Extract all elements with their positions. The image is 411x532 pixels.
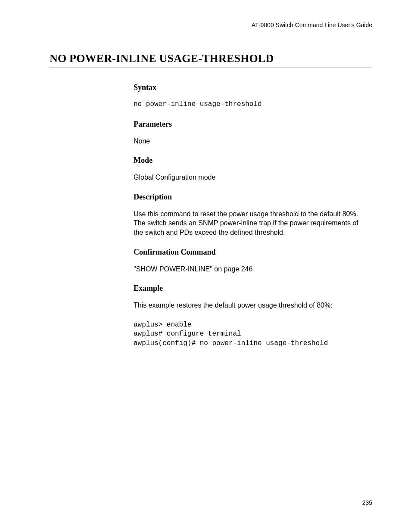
- parameters-heading: Parameters: [134, 120, 368, 129]
- mode-heading: Mode: [134, 156, 368, 165]
- confirmation-heading: Confirmation Command: [134, 248, 368, 257]
- description-text: Use this command to reset the power usag…: [134, 209, 368, 237]
- example-heading: Example: [134, 284, 368, 293]
- page-number: 235: [362, 499, 372, 506]
- header-guide-title: AT-9000 Switch Command Line User's Guide: [50, 22, 372, 28]
- parameters-text: None: [134, 137, 368, 146]
- mode-text: Global Configuration mode: [134, 173, 368, 182]
- title-rule: [50, 68, 372, 68]
- page-title: NO POWER-INLINE USAGE-THRESHOLD: [50, 52, 372, 65]
- description-heading: Description: [134, 193, 368, 202]
- syntax-code: no power-inline usage-threshold: [134, 100, 368, 109]
- syntax-heading: Syntax: [134, 83, 368, 92]
- example-code: awplus> enable awplus# configure termina…: [134, 320, 368, 348]
- document-page: AT-9000 Switch Command Line User's Guide…: [0, 0, 411, 532]
- example-intro: This example restores the default power …: [134, 301, 368, 310]
- confirmation-text: "SHOW POWER-INLINE" on page 246: [134, 264, 368, 274]
- content-block: Syntax no power-inline usage-threshold P…: [134, 83, 368, 348]
